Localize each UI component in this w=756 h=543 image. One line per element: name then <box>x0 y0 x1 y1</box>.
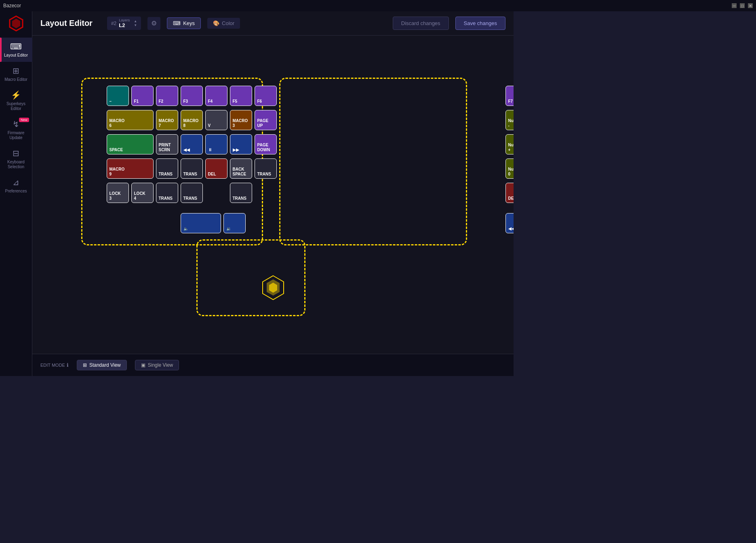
key-num-plus[interactable]: Num + <box>505 134 514 154</box>
sidebar-item-macro-editor[interactable]: ⊞ Macro Editor <box>0 62 32 86</box>
app-title: Bazecor <box>3 3 21 8</box>
palette-icon: 🎨 <box>213 20 219 26</box>
sidebar-label-macro: Macro Editor <box>4 77 27 82</box>
key-playpause[interactable]: ⏸ <box>205 134 227 154</box>
key-pagedown[interactable]: PAGE DOWN <box>255 134 277 154</box>
active-indicator <box>0 38 2 62</box>
bolt-icon: ↯ <box>13 119 19 129</box>
info-icon: ℹ <box>67 362 69 368</box>
edit-mode-label: EDIT MODE ℹ <box>40 362 69 368</box>
key-f5[interactable]: F5 <box>230 86 252 106</box>
keyboard-icon: ⌨ <box>10 42 22 51</box>
key-backspace-left[interactable]: BACK SPACE <box>230 158 252 179</box>
key-next[interactable]: ▶▶ <box>230 134 252 154</box>
bottom-connector <box>196 239 305 316</box>
single-view-icon: ▣ <box>141 362 145 368</box>
save-button[interactable]: Save changes <box>455 17 505 30</box>
layer-number: #2 <box>111 21 116 26</box>
keyboard-tab-icon: ⌨ <box>173 20 181 26</box>
sidebar-label-layout: Layout Editor <box>4 53 28 58</box>
key-trans1[interactable]: TRANS <box>156 158 178 179</box>
keyboard-wrapper: –F1F2F3F4F5F6MACRO 6MACRO 7MACRO 8VMACRO… <box>61 65 485 324</box>
standard-view-label: Standard View <box>89 362 121 368</box>
key-space[interactable]: SPACE <box>107 134 154 154</box>
key-lock3[interactable]: LOCK 3 <box>107 183 129 203</box>
key-vol-down[interactable]: 🔈 <box>181 213 221 233</box>
key-num-minus[interactable]: Num - <box>505 110 514 130</box>
key-trans4[interactable]: TRANS <box>156 183 178 203</box>
gear-icon: ⚙ <box>151 19 157 27</box>
new-badge: New <box>19 118 29 122</box>
edit-mode-text: EDIT MODE <box>40 363 65 368</box>
key-num0[interactable]: Num 0 <box>505 158 514 179</box>
key-del-left[interactable]: DEL <box>205 158 227 179</box>
sidebar-label-preferences: Preferences <box>5 189 27 194</box>
layer-selector[interactable]: #2 Layers L2 ▲ ▼ <box>107 17 141 30</box>
layer-arrow-up[interactable]: ▲ <box>134 20 137 23</box>
page-title: Layout Editor <box>40 19 93 28</box>
bottom-bar: EDIT MODE ℹ ⊞ Standard View ▣ Single Vie… <box>32 354 514 376</box>
svg-marker-1 <box>12 19 20 28</box>
key-trans3[interactable]: TRANS <box>255 158 277 179</box>
key-pageup[interactable]: PAGE UP <box>255 110 277 130</box>
sidebar-item-preferences[interactable]: ⊿ Preferences <box>0 173 32 198</box>
macro-icon: ⊞ <box>13 66 19 76</box>
key-tilde[interactable]: – <box>107 86 129 106</box>
layer-value: L2 <box>119 22 125 28</box>
keyboard-logo <box>259 274 287 302</box>
key-f1[interactable]: F1 <box>131 86 154 106</box>
key-macro3[interactable]: MACRO 3 <box>230 110 252 130</box>
main-content: Layout Editor #2 Layers L2 ▲ ▼ ⚙ ⌨ Keys … <box>32 0 514 376</box>
sidebar-item-firmware-update[interactable]: New ↯ Firmware Update <box>0 115 32 144</box>
key-f3[interactable]: F3 <box>181 86 203 106</box>
standard-view-icon: ⊞ <box>83 362 87 368</box>
layer-arrows[interactable]: ▲ ▼ <box>134 20 137 27</box>
layer-label: Layers <box>119 18 130 22</box>
sidebar-label-firmware: Firmware Update <box>2 131 31 140</box>
tab-color-label: Color <box>222 20 234 26</box>
key-f2[interactable]: F2 <box>156 86 178 106</box>
tab-keys[interactable]: ⌨ Keys <box>167 17 201 29</box>
key-macro8[interactable]: MACRO 8 <box>181 110 203 130</box>
keyboard-area: –F1F2F3F4F5F6MACRO 6MACRO 7MACRO 8VMACRO… <box>32 36 514 354</box>
key-v[interactable]: V <box>205 110 227 130</box>
single-view-button[interactable]: ▣ Single View <box>135 360 179 370</box>
key-macro7[interactable]: MACRO 7 <box>156 110 178 130</box>
sidebar-item-superkeys[interactable]: ⚡ Superkeys Editor <box>0 86 32 115</box>
sidebar-label-superkeys: Superkeys Editor <box>2 101 31 111</box>
right-keyboard-outline <box>279 78 467 245</box>
settings-button[interactable]: ⚙ <box>147 17 160 30</box>
key-trans6[interactable]: TRANS <box>230 183 252 203</box>
tune-icon: ⊿ <box>13 177 19 187</box>
title-bar: Bazecor ─ □ ✕ <box>0 0 514 11</box>
superkey-icon: ⚡ <box>11 90 21 100</box>
single-view-label: Single View <box>148 362 173 368</box>
key-del-r2[interactable]: DEL <box>505 183 514 203</box>
key-f7[interactable]: F7 <box>505 86 514 106</box>
sidebar: ⌨ Layout Editor ⊞ Macro Editor ⚡ Superke… <box>0 0 32 376</box>
key-prntscrn[interactable]: PRINT SCRN <box>156 134 178 154</box>
key-lock4[interactable]: LOCK 4 <box>131 183 154 203</box>
standard-view-button[interactable]: ⊞ Standard View <box>77 360 127 370</box>
key-f4[interactable]: F4 <box>205 86 227 106</box>
key-trans5[interactable]: TRANS <box>181 183 203 203</box>
key-trans2[interactable]: TRANS <box>181 158 203 179</box>
sidebar-item-layout-editor[interactable]: ⌨ Layout Editor <box>0 38 32 62</box>
tab-color[interactable]: 🎨 Color <box>207 18 240 29</box>
key-prev-right[interactable]: ◀◀ <box>505 213 514 233</box>
sidebar-label-keyboard: Keyboard Selection <box>2 160 31 169</box>
key-macro6[interactable]: MACRO 6 <box>107 110 154 130</box>
key-macro9[interactable]: MACRO 9 <box>107 158 154 179</box>
sidebar-item-keyboard-selection[interactable]: ⊟ Keyboard Selection <box>0 144 32 173</box>
key-vol-up[interactable]: 🔉 <box>223 213 246 233</box>
tab-keys-label: Keys <box>183 20 195 26</box>
logo <box>6 13 26 34</box>
discard-button[interactable]: Discard changes <box>393 17 449 30</box>
sliders-icon: ⊟ <box>13 148 19 158</box>
key-f6[interactable]: F6 <box>255 86 277 106</box>
layer-arrow-down[interactable]: ▼ <box>134 24 137 27</box>
layer-box: Layers L2 <box>119 18 130 28</box>
header: Layout Editor #2 Layers L2 ▲ ▼ ⚙ ⌨ Keys … <box>32 11 514 36</box>
key-prev[interactable]: ◀◀ <box>181 134 203 154</box>
